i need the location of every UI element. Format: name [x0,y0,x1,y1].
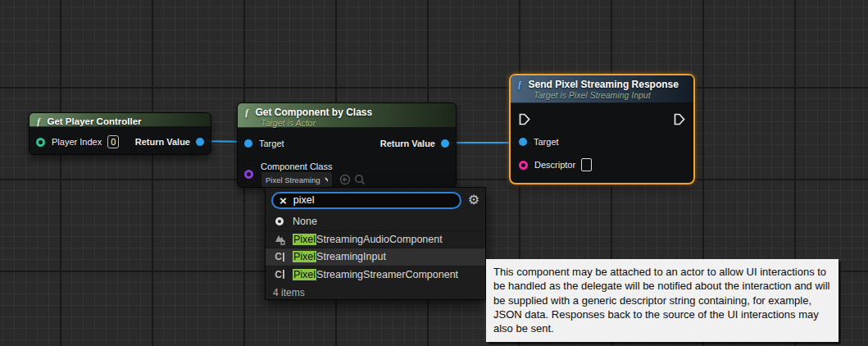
node-header[interactable]: ƒGet Component by Class Target is Actor [238,103,456,128]
node-send-pixel-streaming-response[interactable]: ƒSend Pixel Streaming Response Target is… [509,74,695,184]
return-value-label: Return Value [135,137,190,147]
match-highlight: Pixel [293,269,316,280]
component-class-icon: C [275,251,284,262]
use-selected-asset-icon[interactable] [339,174,351,185]
picker-item-label: None [293,216,317,227]
match-highlight: Pixel [293,234,316,245]
picker-item-pixelstreamingaudiocomponent[interactable]: PixelStreamingAudioComponent [266,230,485,248]
descriptor-value-field[interactable] [581,158,592,171]
exec-output-pin[interactable] [674,113,685,125]
target-label: Target [259,139,284,148]
clear-search-icon[interactable]: × [279,194,287,207]
component-class-dropdown[interactable]: Pixel Streaming [261,172,332,187]
node-header[interactable]: ƒGet Player Controller [30,113,211,127]
picker-item-pixelstreaminginput[interactable]: C PixelStreamingInput [266,248,485,266]
node-subtitle: Target is Pixel Streaming Input [534,90,687,100]
target-pin[interactable] [244,139,252,148]
node-subtitle: Target is Actor [261,118,449,128]
gear-icon[interactable]: ⚙ [468,193,479,207]
picker-item-none[interactable]: None [266,212,485,230]
picker-item-label: StreamingAudioComponent [316,234,443,245]
picker-item-count: 4 items [266,283,485,298]
component-class-label: Component Class [261,162,332,171]
player-index-value-field[interactable]: 0 [107,135,119,148]
exec-input-pin[interactable] [519,113,530,125]
function-icon: ƒ [36,115,42,127]
descriptor-pin[interactable] [519,161,528,170]
node-title: Get Component by Class [256,107,373,118]
class-search-box[interactable]: × [271,192,461,209]
node-header[interactable]: ƒSend Pixel Streaming Response Target is… [511,75,693,103]
function-icon: ƒ [517,78,523,90]
component-class-pin[interactable] [244,170,253,179]
return-value-label: Return Value [380,139,435,148]
node-title: Get Player Controller [48,116,142,126]
player-index-label: Player Index [52,137,102,147]
chevron-down-icon [325,177,328,182]
tooltip-pixelstreaminginput-description: This component may be attached to an act… [486,259,838,342]
target-label: Target [534,137,559,147]
none-icon [275,217,284,225]
class-picker-dropdown[interactable]: × ⚙ None PixelStreamingAudioComponent C … [265,187,486,300]
return-value-pin[interactable] [441,139,449,148]
node-title: Send Pixel Streaming Response [529,79,679,90]
blueprint-graph-canvas[interactable]: ƒGet Player Controller Player Index 0 Re… [0,0,868,346]
descriptor-label: Descriptor [534,160,575,170]
return-value-pin[interactable] [196,138,204,146]
match-highlight: Pixel [293,251,316,262]
node-get-player-controller[interactable]: ƒGet Player Controller Player Index 0 Re… [29,112,211,155]
component-class-icon: C [275,269,284,280]
picker-item-label: StreamingInput [316,251,386,262]
picker-item-pixelstreamingstreamercomponent[interactable]: C PixelStreamingStreamerComponent [266,266,485,284]
class-search-input[interactable] [293,194,453,206]
function-icon: ƒ [244,106,250,118]
target-pin[interactable] [519,138,527,146]
player-index-pin[interactable] [36,138,45,147]
node-get-component-by-class[interactable]: ƒGet Component by Class Target is Actor … [237,102,457,188]
audio-component-icon [274,234,286,245]
picker-item-label: StreamingStreamerComponent [316,269,458,280]
browse-search-icon[interactable] [354,174,366,185]
component-class-value: Pixel Streaming [266,175,320,184]
